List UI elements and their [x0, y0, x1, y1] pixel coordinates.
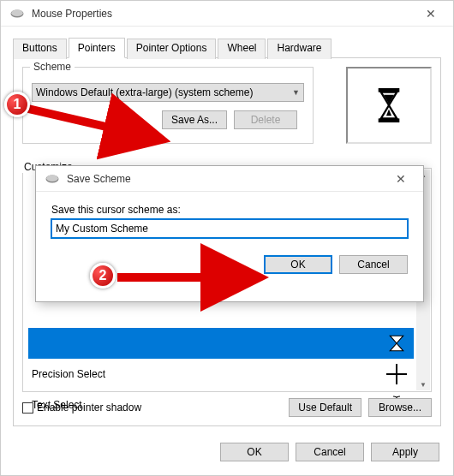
- titlebar: Mouse Properties ✕: [1, 1, 453, 27]
- chevron-down-icon: ▼: [292, 88, 300, 97]
- svg-line-8: [28, 109, 154, 138]
- list-item[interactable]: [28, 328, 414, 359]
- dialog-buttons: OK Cancel Apply: [220, 443, 439, 461]
- modal-ok-button[interactable]: OK: [264, 255, 332, 274]
- callout-2: 2: [90, 263, 116, 289]
- browse-button[interactable]: Browse...: [368, 398, 432, 417]
- scheme-dropdown[interactable]: Windows Default (extra-large) (system sc…: [32, 83, 304, 102]
- tab-pointer-options[interactable]: Pointer Options: [127, 39, 217, 59]
- use-default-button[interactable]: Use Default: [289, 398, 361, 417]
- scheme-name-input[interactable]: [51, 219, 408, 238]
- close-icon[interactable]: ✕: [414, 7, 448, 21]
- window-title: Mouse Properties: [32, 8, 414, 20]
- mouse-properties-window: Mouse Properties ✕ Buttons Pointers Poin…: [0, 0, 454, 476]
- modal-title: Save Scheme: [67, 173, 384, 185]
- enable-shadow-label: Enable pointer shadow: [37, 402, 141, 414]
- callout-1: 1: [4, 92, 30, 117]
- tab-buttons[interactable]: Buttons: [13, 39, 67, 59]
- scheme-selected: Windows Default (extra-large) (system sc…: [36, 86, 253, 98]
- ok-button[interactable]: OK: [220, 443, 289, 461]
- checkbox-box: [22, 402, 33, 414]
- modal-titlebar: Save Scheme ✕: [36, 166, 423, 192]
- preview-box: [346, 67, 432, 144]
- list-item[interactable]: Precision Select: [28, 359, 414, 390]
- precision-icon: [383, 360, 410, 388]
- tab-pointers[interactable]: Pointers: [69, 38, 125, 58]
- cancel-button[interactable]: Cancel: [296, 443, 364, 461]
- apply-button[interactable]: Apply: [371, 443, 439, 461]
- busy-icon: [383, 330, 410, 357]
- scroll-down-icon[interactable]: ▼: [420, 381, 427, 389]
- tab-strip: Buttons Pointers Pointer Options Wheel H…: [13, 37, 441, 58]
- tab-wheel[interactable]: Wheel: [218, 39, 266, 59]
- scheme-group-label: Scheme: [30, 61, 75, 73]
- list-item-label: Precision Select: [32, 368, 105, 380]
- mouse-icon: [9, 8, 25, 20]
- save-as-button[interactable]: Save As...: [162, 110, 227, 129]
- arrow-2: [111, 269, 265, 286]
- arrow-1: [21, 102, 167, 145]
- tab-hardware[interactable]: Hardware: [267, 39, 331, 59]
- enable-shadow-checkbox[interactable]: Enable pointer shadow: [22, 402, 141, 414]
- modal-prompt: Save this cursor scheme as:: [51, 204, 408, 216]
- hourglass-icon: [375, 88, 403, 122]
- delete-button: Delete: [234, 110, 297, 129]
- svg-point-1: [11, 9, 23, 16]
- mouse-icon: [45, 173, 60, 185]
- modal-cancel-button[interactable]: Cancel: [339, 255, 408, 274]
- svg-point-7: [46, 175, 58, 181]
- close-icon[interactable]: ✕: [384, 172, 418, 186]
